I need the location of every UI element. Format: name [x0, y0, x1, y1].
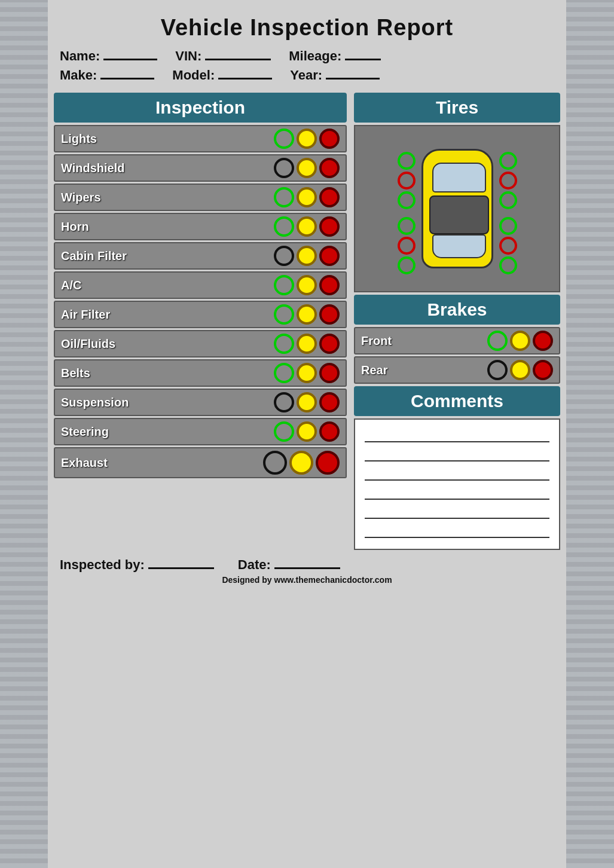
- brake-label: Rear: [361, 363, 487, 377]
- circle-1: [297, 246, 317, 266]
- circle-2: [319, 392, 340, 412]
- date-label: Date:: [238, 557, 271, 573]
- circle-1: [297, 334, 317, 354]
- model-label: Model:: [172, 68, 215, 83]
- brake-circles: [487, 331, 553, 351]
- right-column: Tires: [354, 93, 560, 550]
- circle-1: [297, 363, 317, 383]
- inspection-item-horn: Horn: [54, 213, 347, 240]
- year-label: Year:: [290, 68, 322, 83]
- inspection-circles: [274, 392, 340, 412]
- brake-circle-0: [487, 360, 508, 380]
- model-field-group: Model:: [172, 68, 272, 83]
- tire-fl-circle-1: [398, 152, 416, 170]
- circle-0: [274, 129, 294, 149]
- brakes-header: Brakes: [354, 295, 560, 325]
- mileage-label: Mileage:: [289, 48, 341, 64]
- tire-fr-circle-2: [499, 172, 517, 190]
- year-line: [326, 68, 380, 80]
- comment-line-4: [365, 484, 549, 500]
- tire-fr-circle-3: [499, 191, 517, 209]
- circle-1: [297, 304, 317, 325]
- circle-0: [274, 216, 294, 237]
- inspection-item-exhaust: Exhaust: [54, 447, 347, 478]
- inspection-circles: [274, 216, 340, 237]
- inspection-item-cabinfilter: Cabin Filter: [54, 242, 347, 270]
- circle-0: [263, 451, 287, 475]
- comment-line-6: [365, 522, 549, 538]
- form-row-2: Make: Model: Year:: [60, 68, 554, 83]
- inspection-circles: [274, 334, 340, 354]
- inspection-circles: [274, 158, 340, 178]
- tire-front-left: [398, 152, 416, 209]
- inspection-label: Lights: [61, 132, 274, 146]
- inspection-item-belts: Belts: [54, 359, 347, 387]
- car-top-view: [398, 137, 517, 280]
- circle-0: [274, 187, 294, 207]
- inspection-label: A/C: [61, 279, 274, 292]
- circle-0: [274, 246, 294, 266]
- inspection-label: Belts: [61, 366, 274, 380]
- brake-circle-2: [533, 331, 553, 351]
- car-windshield-rear: [432, 234, 486, 258]
- mileage-field-group: Mileage:: [289, 48, 381, 64]
- inspected-by-label: Inspected by:: [60, 557, 145, 573]
- circle-2: [319, 363, 340, 383]
- tire-rl-circle-1: [398, 217, 416, 235]
- name-field-group: Name:: [60, 48, 157, 64]
- circle-2: [319, 304, 340, 325]
- inspected-by-group: Inspected by:: [60, 557, 214, 573]
- inspection-items: LightsWindshieldWipersHornCabin FilterA/…: [54, 125, 347, 478]
- circle-0: [274, 334, 294, 354]
- circle-1: [297, 392, 317, 412]
- date-line: [274, 557, 340, 569]
- brakes-section: Brakes FrontRear: [354, 295, 560, 384]
- inspection-circles: [263, 451, 340, 475]
- inspection-label: Horn: [61, 220, 274, 234]
- inspection-item-wipers: Wipers: [54, 184, 347, 211]
- form-row-1: Name: VIN: Mileage:: [60, 48, 554, 64]
- vin-line: [205, 48, 271, 60]
- year-field-group: Year:: [290, 68, 380, 83]
- inspection-circles: [274, 304, 340, 325]
- inspection-header: Inspection: [54, 93, 347, 123]
- circle-1: [297, 158, 317, 178]
- inspected-by-line: [148, 557, 214, 569]
- inspection-item-lights: Lights: [54, 125, 347, 152]
- inspection-label: Air Filter: [61, 308, 274, 322]
- page-title: Vehicle Inspection Report: [54, 15, 560, 41]
- inspection-item-windshield: Windshield: [54, 154, 347, 182]
- circle-1: [297, 216, 317, 237]
- circle-2: [319, 275, 340, 295]
- inspection-label: Wipers: [61, 191, 274, 204]
- name-line: [103, 48, 157, 60]
- tire-rear-left: [398, 217, 416, 274]
- name-label: Name:: [60, 48, 100, 64]
- tire-fl-circle-3: [398, 191, 416, 209]
- vin-field-group: VIN:: [175, 48, 271, 64]
- inspection-item-oilfluids: Oil/Fluids: [54, 330, 347, 357]
- circle-2: [319, 421, 340, 442]
- brake-item-front: Front: [354, 327, 560, 354]
- tire-rl-circle-2: [398, 237, 416, 255]
- inspection-label: Cabin Filter: [61, 249, 274, 263]
- brake-circle-2: [533, 360, 553, 380]
- comments-section: Comments: [354, 386, 560, 550]
- tire-rr-circle-1: [499, 217, 517, 235]
- comment-line-3: [365, 465, 549, 481]
- circle-0: [274, 392, 294, 412]
- circle-0: [274, 275, 294, 295]
- model-line: [218, 68, 272, 80]
- brake-label: Front: [361, 334, 487, 348]
- footer-fields: Inspected by: Date:: [54, 550, 560, 575]
- comments-box[interactable]: [354, 418, 560, 550]
- mileage-line: [345, 48, 381, 60]
- inspection-circles: [274, 129, 340, 149]
- comment-line-5: [365, 503, 549, 519]
- circle-1: [289, 451, 313, 475]
- circle-2: [316, 451, 340, 475]
- inspection-circles: [274, 246, 340, 266]
- circle-1: [297, 187, 317, 207]
- comment-line-2: [365, 446, 549, 461]
- vin-label: VIN:: [175, 48, 201, 64]
